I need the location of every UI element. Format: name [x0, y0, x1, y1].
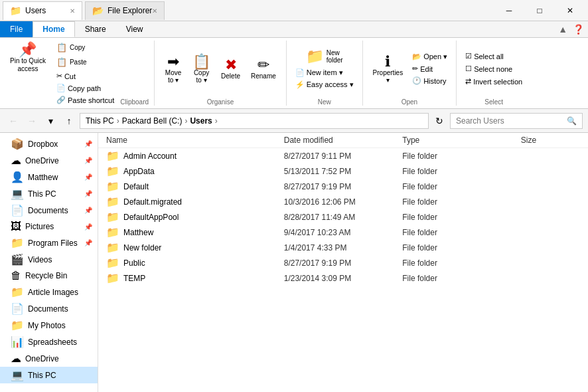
refresh-button[interactable]: ↻	[431, 113, 447, 129]
easy-access-button[interactable]: ⚡ Easy access ▾	[292, 79, 357, 90]
copy-path-icon: 📄	[56, 84, 66, 92]
help-icon[interactable]: ❓	[573, 24, 584, 35]
tab-view[interactable]: View	[116, 21, 153, 37]
tab-file-explorer-close[interactable]: ✕	[152, 7, 157, 15]
sidebar-item-my-photos[interactable]: 📁 My Photos	[0, 317, 98, 334]
file-row-temp[interactable]: 📁TEMP 1/23/2014 3:09 PM File folder	[98, 270, 588, 286]
col-header-size[interactable]: Size	[521, 136, 580, 145]
path-drive[interactable]: Packard Bell (C:)	[122, 116, 183, 126]
file-date-appdata: 5/13/2011 7:52 PM	[284, 167, 403, 176]
copy-to-button[interactable]: 📋 Copyto ▾	[188, 52, 215, 86]
forward-button[interactable]: →	[24, 113, 40, 129]
file-row-public[interactable]: 📁Public 8/27/2017 9:19 PM File folder	[98, 255, 588, 270]
delete-button[interactable]: ✖ Delete	[216, 56, 245, 82]
sidebar-item-recycle-bin[interactable]: 🗑 Recycle Bin	[0, 268, 98, 284]
folder-icon: 📁	[106, 256, 119, 269]
recent-button[interactable]: ▾	[42, 113, 58, 129]
delete-icon: ✖	[225, 58, 237, 72]
col-header-type[interactable]: Type	[402, 136, 521, 145]
sidebar-item-matthew[interactable]: 👤 Matthew 📌	[0, 169, 98, 185]
back-button[interactable]: ←	[5, 113, 21, 129]
sidebar-item-videos[interactable]: 🎬 Videos	[0, 251, 98, 268]
sidebar-item-documents-bottom[interactable]: 📄 Documents	[0, 300, 98, 317]
sidebar-item-onedrive-bottom[interactable]: ☁ OneDrive	[0, 350, 98, 367]
new-folder-button[interactable]: 📁 Newfolder	[301, 47, 348, 66]
file-row-defaultapppool[interactable]: 📁DefaultAppPool 8/28/2017 11:49 AM File …	[98, 209, 588, 225]
copy-button[interactable]: 📋 Copy	[53, 41, 117, 54]
file-row-default[interactable]: 📁Default 8/27/2017 9:19 PM File folder	[98, 179, 588, 194]
file-row-matthew[interactable]: 📁Matthew 9/4/2017 10:23 AM File folder	[98, 225, 588, 240]
file-row-default-migrated[interactable]: 📁Default.migrated 10/3/2016 12:06 PM Fil…	[98, 194, 588, 209]
select-none-button[interactable]: ☐ Select none	[462, 63, 526, 74]
copy-path-button[interactable]: 📄 Copy path	[53, 82, 117, 94]
folder-icon: 📁	[106, 226, 119, 239]
col-header-date[interactable]: Date modified	[284, 136, 403, 145]
new-item-button[interactable]: 📄 New item ▾	[292, 67, 357, 78]
tab-home[interactable]: Home	[33, 21, 74, 37]
cut-button[interactable]: ✂ Cut	[53, 70, 117, 82]
sidebar-item-dropbox[interactable]: 📦 Dropbox 📌	[0, 136, 98, 152]
history-button[interactable]: 🕐 History	[409, 75, 451, 86]
recycle-bin-icon: 🗑	[11, 270, 21, 282]
sidebar-dropbox-label: Dropbox	[28, 140, 58, 149]
tab-users-close[interactable]: ✕	[70, 7, 75, 15]
sidebar-item-pictures[interactable]: 🖼 Pictures 📌	[0, 219, 98, 235]
rename-button[interactable]: ✏ Rename	[246, 56, 281, 82]
select-none-icon: ☐	[465, 64, 472, 73]
sidebar-spreadsheets-label: Spreadsheets	[28, 338, 77, 347]
pin-indicator: 📌	[84, 190, 92, 197]
ribbon-group-clipboard: 📌 Pin to Quickaccess 📋 Copy 📋 Paste ✂ Cu…	[0, 41, 155, 106]
sidebar-item-article-images[interactable]: 📁 Article Images	[0, 284, 98, 300]
tab-users[interactable]: 📁 Users ✕	[3, 1, 82, 20]
file-type-admin: File folder	[402, 151, 521, 161]
organise-label: Organise	[207, 97, 234, 106]
select-all-button[interactable]: ☑ Select all	[462, 50, 526, 62]
copy-label: Copy	[70, 44, 85, 51]
paste-shortcut-button[interactable]: 🔗 Paste shortcut	[53, 94, 117, 106]
pin-indicator: 📌	[84, 173, 92, 181]
sidebar-item-program-files[interactable]: 📁 Program Files 📌	[0, 235, 98, 251]
path-users[interactable]: Users	[190, 116, 212, 126]
sidebar-item-spreadsheets[interactable]: 📊 Spreadsheets	[0, 334, 98, 350]
close-button[interactable]: ✕	[555, 0, 585, 21]
maximize-button[interactable]: □	[524, 0, 555, 21]
open-button[interactable]: 📂 Open ▾	[409, 51, 451, 62]
properties-button[interactable]: ℹ Properties▾	[368, 52, 408, 86]
file-date-default-migrated: 10/3/2016 12:06 PM	[284, 197, 403, 207]
search-box[interactable]: 🔍	[450, 113, 583, 129]
invert-selection-button[interactable]: ⇄ Invert selection	[462, 76, 526, 87]
path-this-pc[interactable]: This PC	[86, 116, 114, 126]
file-type-temp: File folder	[402, 274, 521, 283]
pin-icon: 📌	[19, 43, 37, 57]
file-row-new-folder[interactable]: 📁New folder 1/4/2017 4:33 PM File folder	[98, 240, 588, 255]
file-row-appdata[interactable]: 📁AppData 5/13/2011 7:52 PM File folder	[98, 163, 588, 179]
copy-path-label: Copy path	[68, 84, 101, 92]
sidebar-item-documents-top[interactable]: 📄 Documents 📌	[0, 202, 98, 219]
search-input[interactable]	[456, 116, 564, 126]
invert-label: Invert selection	[473, 78, 522, 86]
paste-shortcut-label: Paste shortcut	[68, 96, 114, 104]
minimize-button[interactable]: ─	[494, 0, 524, 21]
search-icon: 🔍	[567, 116, 577, 126]
move-to-button[interactable]: ➡ Moveto ▾	[160, 52, 186, 86]
ribbon-collapse-icon[interactable]: ▲	[558, 24, 567, 35]
new-item-icon: 📄	[295, 68, 305, 77]
paste-button[interactable]: 📋 Paste	[53, 55, 117, 69]
open-label: Open ▾	[423, 52, 447, 61]
sidebar-item-thispc-bottom[interactable]: 💻 This PC	[0, 367, 98, 383]
tab-file[interactable]: File	[0, 21, 33, 37]
sidebar-item-thispc-top[interactable]: 💻 This PC 📌	[0, 185, 98, 202]
tab-share[interactable]: Share	[75, 21, 116, 37]
edit-button[interactable]: ✏ Edit	[409, 63, 451, 74]
up-button[interactable]: ↑	[61, 113, 77, 129]
program-files-icon: 📁	[11, 237, 24, 249]
pin-to-quick-access-button[interactable]: 📌 Pin to Quickaccess	[5, 41, 50, 75]
tab-file-explorer[interactable]: 📂 File Explorer ✕	[85, 1, 165, 20]
pin-indicator: 📌	[84, 239, 92, 246]
col-header-name[interactable]: Name	[106, 136, 284, 145]
copy-icon: 📋	[56, 43, 67, 52]
sidebar-item-onedrive-top[interactable]: ☁ OneDrive 📌	[0, 152, 98, 169]
ribbon-group-new: 📁 Newfolder 📄 New item ▾ ⚡ Easy access ▾…	[287, 41, 363, 106]
file-row-admin-account[interactable]: 📁Admin Account 8/27/2017 9:11 PM File fo…	[98, 148, 588, 163]
address-path[interactable]: This PC › Packard Bell (C:) › Users ›	[80, 113, 429, 129]
